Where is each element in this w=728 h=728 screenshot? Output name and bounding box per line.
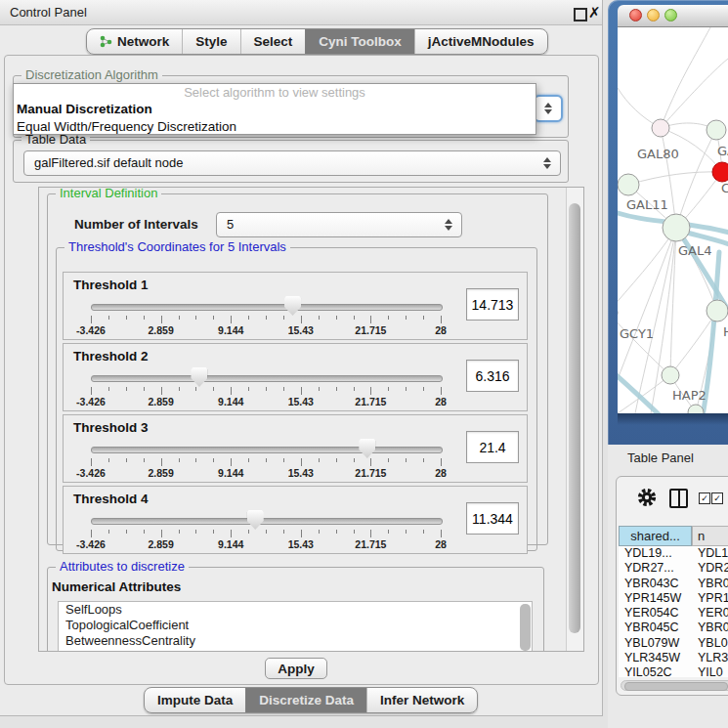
slider-tick [144,387,145,391]
vertical-scrollbar[interactable] [566,188,583,651]
axis-tick-label: 28 [435,538,447,550]
slider-tick [354,316,355,320]
node-label: GAL80 [637,147,679,161]
axis-tick-label: 9.144 [218,467,243,479]
table-rows: YDL19...YDL1YDR27...YDR2YBR043CYBR0YPR14… [619,546,728,677]
slider-tick [161,316,162,323]
list-item[interactable]: TopologicalCoefficient [59,618,532,633]
tab-cyni-toolbox[interactable]: Cyni Toolbox [305,29,414,54]
table-row[interactable]: YBR045CYBR0 [619,621,728,635]
algorithm-option[interactable]: Manual Discretization [14,101,535,118]
slider-tick [91,458,92,466]
network-edge [628,172,722,185]
network-node[interactable] [652,119,669,137]
tab-discretize-data[interactable]: Discretize Data [245,688,366,712]
threshold-value-input[interactable] [466,360,519,392]
threshold-label: Threshold 4 [73,492,149,506]
axis-tick-label: 15.43 [288,538,314,550]
columns-icon[interactable] [669,489,688,508]
checkbox-icon[interactable]: ✓ [711,492,723,504]
tab-label: Style [195,34,227,49]
slider-tick [336,458,337,462]
table-row[interactable]: YBL079WYBL0 [619,636,728,651]
algorithm-option[interactable]: Equal Width/Frequency Discretization [14,118,535,136]
table-row[interactable]: YDL19...YDL1 [619,546,728,561]
node-label: H [723,324,728,339]
column-header-shared-name[interactable]: shared... [619,526,692,546]
slider-track[interactable] [91,518,443,525]
list-item[interactable]: BetweennessCentrality [59,633,532,649]
node-label: GCY1 [620,326,654,341]
slider-thumb[interactable] [191,367,207,387]
float-window-icon[interactable] [574,8,587,21]
axis-tick-label: 21.715 [355,467,386,479]
slider-tick [336,316,337,320]
table-row[interactable]: YER054CYER0 [619,606,728,621]
network-node[interactable] [707,300,728,321]
slider-tick [406,387,407,391]
tab-impute-data[interactable]: Impute Data [145,688,245,712]
zoom-traffic-light[interactable] [664,9,677,21]
horizontal-scrollbar[interactable] [621,680,728,691]
checkbox-icon[interactable]: ✓ [699,492,710,504]
slider-track[interactable] [91,304,443,311]
network-node[interactable] [712,162,728,182]
list-item[interactable]: SelfLoops [59,602,532,618]
table-row[interactable]: YDR27...YDR2 [619,561,728,576]
node-label: GAL11 [626,197,668,212]
slider-thumb[interactable] [359,439,375,458]
threshold-value-input[interactable] [466,288,519,321]
vertical-scrollbar-thumb[interactable] [569,203,580,633]
axis-tick-label: 9.144 [218,396,243,407]
network-node[interactable] [688,405,704,413]
slider-tick [91,316,92,323]
slider-tick [108,458,109,462]
tab-select[interactable]: Select [240,29,306,54]
close-icon[interactable]: ✗ [588,3,601,22]
tab-network[interactable]: Network [87,29,182,54]
settings-scroll-viewport: Interval Definition Number of Intervals … [38,187,584,652]
tab-style[interactable]: Style [182,29,239,54]
gear-icon[interactable] [636,487,658,508]
slider-tick [144,316,145,320]
slider-tick [248,387,249,391]
horizontal-scrollbar-thumb[interactable] [624,682,728,691]
network-icon [100,35,112,48]
network-node[interactable] [663,214,690,241]
minimize-traffic-light[interactable] [647,9,660,21]
axis-tick-label: 15.43 [288,324,314,336]
tab-jactivemnodules[interactable]: jActiveMNodules [414,29,547,54]
network-node[interactable] [707,120,726,140]
table-row[interactable]: YLR345WYLR3 [619,651,728,665]
apply-button[interactable]: Apply [265,658,327,679]
cell-name: YBR0 [692,621,728,635]
network-node[interactable] [618,174,639,195]
slider-thumb[interactable] [247,510,264,530]
slider-thumb[interactable] [284,296,301,316]
table-row[interactable]: YPR145WYPR1 [619,591,728,606]
algorithm-combobox[interactable] [534,95,563,122]
tab-infer-network[interactable]: Infer Network [366,688,477,712]
threshold-value-input[interactable] [466,431,519,463]
list-scrollbar-thumb[interactable] [520,604,531,651]
slider-tick [301,458,302,466]
slider-track[interactable] [91,375,443,382]
slider-tick [283,316,284,320]
close-traffic-light[interactable] [629,9,642,21]
threshold-value-input[interactable] [466,502,519,535]
table-data-combobox[interactable]: galFiltered.sif default node [23,150,561,176]
table-row[interactable]: YBR043CYBR0 [619,577,728,591]
network-canvas[interactable]: GAL80GALCGAL11GAL4GCY1HHAP2 [618,27,728,413]
combo-value: 5 [227,213,234,236]
table-header-row: shared... n [619,526,728,546]
slider-tick [441,316,442,323]
num-intervals-combobox[interactable]: 5 [216,212,462,237]
thresholds-group: Threshold's Coordinates for 5 Intervals … [56,247,537,551]
slider-tick [406,458,407,462]
slider-tick [248,316,249,320]
network-node[interactable] [662,366,679,384]
table-row[interactable]: YIL052CYIL0 [619,665,728,677]
column-header-name[interactable]: n [692,526,728,546]
algorithm-hint: Select algorithm to view settings [14,84,535,101]
slider-track[interactable] [91,447,443,453]
